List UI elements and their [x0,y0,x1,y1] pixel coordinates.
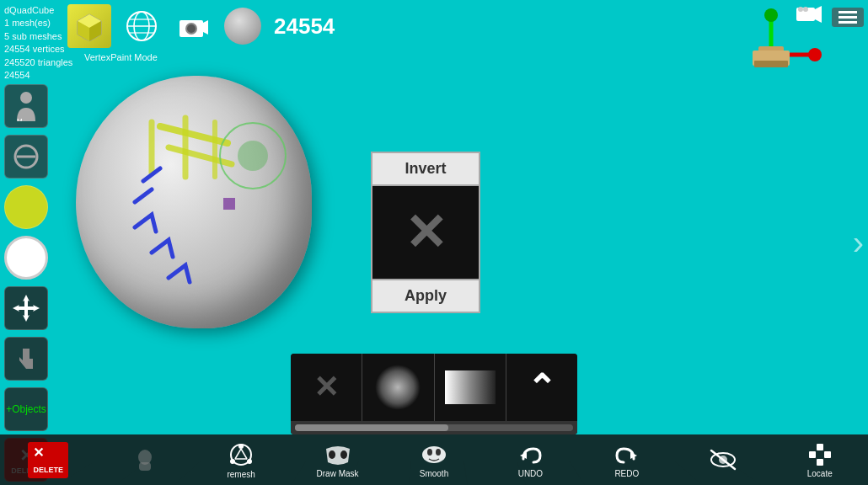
right-arrow-button[interactable]: › [853,224,864,262]
svg-line-46 [235,449,241,459]
axis-gizmo [721,8,822,84]
brush-circle-indicator [219,122,287,189]
svg-point-52 [427,449,432,456]
svg-rect-33 [18,306,35,310]
vertex-count-label: 24554 [274,13,335,40]
eye-with-line-icon [708,449,738,471]
chevron-brush-icon: ⌃ [527,367,556,408]
svg-point-24 [20,92,32,104]
smooth-button[interactable]: Smooth [409,442,459,478]
3d-model-area[interactable] [76,76,388,345]
svg-rect-39 [223,198,235,210]
vertices-count: 24554 vertices [4,43,72,56]
triangles-count: 245520 triangles [4,56,72,69]
ring-tool-button[interactable] [4,236,48,280]
undo-button[interactable]: UNDO [505,442,555,478]
gradient-brush-option[interactable] [435,354,506,421]
globe-icon[interactable] [120,4,163,48]
redo-icon [613,442,640,467]
svg-point-49 [329,450,335,459]
x-brush-icon: ✕ [313,370,339,405]
chevron-brush-option[interactable]: ⌃ [506,354,577,421]
svg-rect-61 [809,451,816,458]
hand-tool-button[interactable] [4,337,48,381]
hide-toggle-button[interactable] [698,449,748,471]
delete-icon: ✕DELETE [28,442,68,478]
svg-point-20 [808,48,822,61]
svg-line-47 [241,449,247,459]
svg-rect-41 [139,462,151,471]
sub-meshes: 5 sub meshes [4,30,72,43]
app-title: dQuadCube [4,4,72,17]
cloud-brush-option[interactable] [362,354,434,421]
smooth-icon [419,442,449,467]
draw-mask-button[interactable]: Draw Mask [313,442,363,478]
silhouette-icon [132,447,158,472]
add-objects-button[interactable]: +Objects [4,387,48,431]
bottom-toolbar: ✕DELETE remesh Draw Mask [0,434,868,485]
model-paint-strokes [76,76,312,328]
head-model [76,76,312,328]
svg-rect-23 [754,61,788,67]
no-entry-tool-button[interactable] [4,135,48,179]
smooth-label: Smooth [420,469,448,478]
mask-icon [323,442,353,467]
remesh-label: remesh [227,470,255,479]
gradient-brush-icon [445,370,496,404]
redo-button[interactable]: REDO [602,442,652,478]
cloud-brush-icon [375,365,421,410]
cube-icon[interactable] [67,4,111,48]
brush-size-slider-row[interactable] [291,421,577,434]
svg-point-18 [764,8,778,22]
svg-rect-62 [824,451,831,458]
bottom-delete-button[interactable]: ✕DELETE [23,442,73,478]
brush-options-bar: ✕ ⌃ [291,354,577,434]
camera-icon[interactable] [172,4,216,48]
mesh-count: 1 mesh(es) [4,17,72,29]
locate-label: Locate [807,469,833,478]
draw-mask-label: Draw Mask [317,469,359,478]
sphere-preview-icon[interactable] [224,8,261,45]
svg-rect-60 [817,459,823,466]
silhouette-button[interactable] [120,447,170,472]
vertex-paint-mode-label: VertexPaint Mode [84,52,158,62]
invert-apply-popup: Invert ✕ Apply [371,152,480,313]
locate-icon [807,442,833,467]
locate-button[interactable]: Locate [795,442,845,478]
redo-label: REDO [614,469,639,478]
svg-point-43 [238,444,244,449]
erase-brush-option[interactable]: ✕ [291,354,362,421]
brush-preview: ✕ [371,186,480,279]
svg-point-44 [230,459,235,464]
apply-button[interactable]: Apply [371,279,480,313]
top-left-info: dQuadCube 1 mesh(es) 5 sub meshes 24554 … [4,4,72,82]
paint-brush-tool-button[interactable] [4,185,48,229]
x-mark-icon: ✕ [405,203,447,262]
move-tool-button[interactable] [4,286,48,330]
brush-slider-fill [295,424,448,431]
svg-point-50 [340,450,347,459]
undo-icon [517,442,544,467]
svg-point-11 [187,24,196,33]
brush-size-slider[interactable] [295,424,573,431]
remesh-icon [228,441,255,468]
left-toolbar: M +Objects ✕ DELETE [4,84,48,482]
top-icons: 24554 [67,4,335,48]
invert-button[interactable]: Invert [371,152,480,186]
hamburger-menu-button[interactable] [832,8,864,27]
remesh-button[interactable]: remesh [216,441,266,479]
svg-point-45 [247,459,252,464]
id-label: 24554 [4,69,72,82]
svg-text:M: M [17,117,23,121]
avatar-tool-button[interactable]: M [4,84,48,128]
undo-label: UNDO [518,469,543,478]
svg-point-53 [436,449,441,456]
svg-rect-59 [817,444,823,450]
svg-marker-12 [203,20,208,35]
